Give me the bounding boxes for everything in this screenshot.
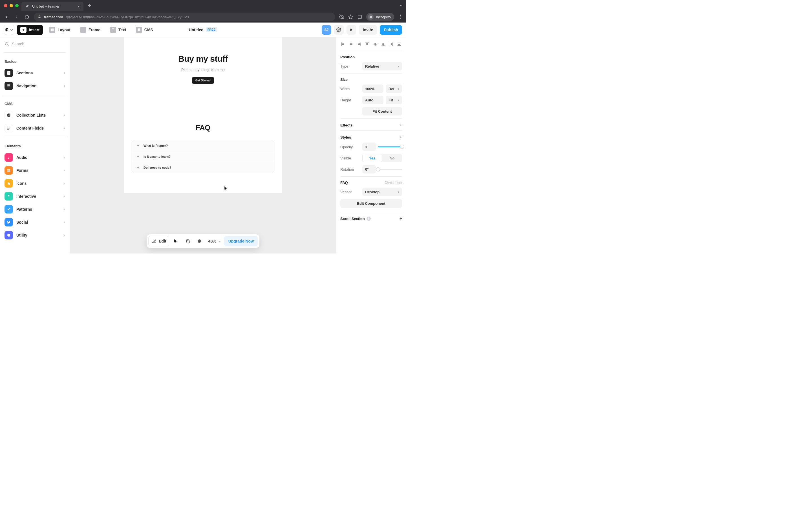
new-tab-button[interactable]: +	[86, 3, 93, 9]
insert-item-audio[interactable]: ♪ Audio ›	[3, 152, 66, 163]
align-top-icon[interactable]	[364, 42, 370, 47]
distribute-v-icon[interactable]	[396, 42, 402, 47]
browser-reload-button[interactable]	[24, 14, 30, 20]
align-bottom-icon[interactable]	[380, 42, 386, 47]
insert-item-sections[interactable]: Sections ›	[3, 67, 66, 79]
eye-off-icon[interactable]	[339, 14, 344, 19]
tool-layout[interactable]: Layout	[46, 25, 74, 35]
width-input[interactable]: 100%	[362, 84, 384, 93]
svg-point-6	[400, 18, 401, 18]
faq-item[interactable]: +What is Framer?	[132, 140, 274, 151]
browser-back-button[interactable]	[3, 14, 10, 20]
insert-item-label: Patterns	[16, 207, 32, 212]
insert-item-label: Audio	[16, 155, 28, 160]
faq-section[interactable]: FAQ +What is Framer? +Is it easy to lear…	[124, 123, 282, 182]
add-scroll-section-button[interactable]: +	[400, 216, 402, 221]
macos-traffic-lights[interactable]	[3, 4, 18, 7]
settings-button[interactable]	[334, 25, 344, 35]
canvas[interactable]: Buy my stuff Please buy things from me G…	[70, 37, 336, 253]
fit-content-button[interactable]: Fit Content	[362, 107, 402, 115]
document-title-area[interactable]: Untitled FREE	[189, 27, 217, 32]
insert-item-icons[interactable]: ★ Icons ›	[3, 177, 66, 189]
browser-forward-button[interactable]	[13, 14, 20, 20]
incognito-indicator[interactable]: Incognito	[366, 13, 394, 21]
collection-icon	[4, 111, 13, 119]
browser-addressbar[interactable]: framer.com/projects/Untitled--mZ98oDWaPJ…	[34, 13, 335, 21]
height-input[interactable]: Auto	[362, 96, 384, 104]
insert-item-interactive[interactable]: Interactive ›	[3, 190, 66, 202]
edit-label: Edit	[159, 239, 166, 243]
insert-search[interactable]: Search	[3, 40, 66, 50]
align-left-icon[interactable]	[340, 42, 346, 47]
user-avatar[interactable]: SJ	[322, 25, 331, 35]
svg-marker-13	[350, 29, 352, 31]
insert-item-content-fields[interactable]: Content Fields ›	[3, 122, 66, 134]
prop-label: Height	[340, 98, 360, 102]
align-vcenter-icon[interactable]	[372, 42, 378, 47]
prop-label: Opacity	[340, 145, 360, 149]
faq-item[interactable]: +Is it easy to learn?	[132, 151, 274, 162]
add-effect-button[interactable]: +	[400, 122, 402, 128]
align-hcenter-icon[interactable]	[348, 42, 354, 47]
tool-frame[interactable]: Frame	[77, 25, 104, 35]
edit-component-button[interactable]: Edit Component	[340, 199, 402, 208]
incognito-label: Incognito	[376, 15, 391, 19]
section-effects: Effects +	[340, 122, 402, 128]
faq-item[interactable]: +Do I need to code?	[132, 162, 274, 173]
variant-value: Desktop	[365, 190, 379, 194]
artboard[interactable]: Buy my stuff Please buy things from me G…	[124, 37, 282, 193]
tool-insert[interactable]: Insert	[17, 25, 43, 35]
tabstrip-chevron-icon[interactable]	[399, 4, 403, 8]
select-tool-button[interactable]	[170, 236, 181, 246]
insert-item-patterns[interactable]: ✓ Patterns ›	[3, 203, 66, 215]
chrome-menu-icon[interactable]	[398, 15, 403, 19]
width-unit-select[interactable]: Rel▾	[386, 84, 402, 93]
hero-cta-button[interactable]: Get Started	[192, 77, 214, 84]
rotation-slider[interactable]	[378, 165, 402, 173]
visible-no-option[interactable]: No	[382, 154, 402, 162]
height-unit-select[interactable]: Fit▾	[386, 96, 402, 104]
hand-tool-button[interactable]	[183, 236, 193, 246]
insert-item-forms[interactable]: Forms ›	[3, 165, 66, 176]
rotation-value: 0°	[365, 167, 368, 172]
bookmark-star-icon[interactable]	[348, 14, 353, 19]
align-right-icon[interactable]	[356, 42, 362, 47]
section-styles-label: Styles	[340, 135, 351, 139]
hero-section[interactable]: Buy my stuff Please buy things from me G…	[124, 54, 282, 107]
distribute-h-icon[interactable]	[389, 42, 394, 47]
navigation-icon	[4, 82, 13, 90]
comment-tool-button[interactable]	[194, 236, 205, 246]
opacity-slider[interactable]	[378, 143, 402, 151]
tool-text[interactable]: T Text	[107, 25, 130, 35]
insert-item-social[interactable]: Social ›	[3, 216, 66, 228]
info-icon[interactable]: i	[366, 217, 371, 221]
edit-button[interactable]: Edit	[148, 236, 169, 246]
framer-menu-button[interactable]	[4, 25, 14, 35]
window-zoom-icon[interactable]	[15, 4, 18, 7]
rotation-input[interactable]: 0°	[362, 165, 376, 173]
insert-item-utility[interactable]: Utility ›	[3, 229, 66, 241]
visible-yes-option[interactable]: Yes	[362, 154, 382, 162]
extensions-icon[interactable]	[357, 14, 362, 19]
preview-button[interactable]	[347, 25, 356, 35]
app-toolbar: Insert Layout Frame T Text CMS Untitled …	[0, 22, 406, 37]
height-value: Auto	[365, 98, 373, 102]
position-type-select[interactable]: Relative ▾	[362, 62, 402, 70]
svg-rect-24	[7, 169, 10, 170]
insert-item-collection-lists[interactable]: Collection Lists ›	[3, 109, 66, 121]
upgrade-button[interactable]: Upgrade Now	[224, 236, 258, 246]
opacity-input[interactable]: 1	[362, 143, 376, 151]
section-position: Position	[340, 55, 402, 59]
add-style-button[interactable]: +	[400, 135, 402, 140]
visible-toggle[interactable]: Yes No	[362, 154, 402, 162]
publish-button[interactable]: Publish	[380, 25, 402, 35]
browser-tab[interactable]: Untitled – Framer ×	[21, 2, 84, 11]
insert-item-navigation[interactable]: Navigation ›	[3, 80, 66, 92]
variant-select[interactable]: Desktop ▾	[362, 187, 402, 196]
invite-button[interactable]: Invite	[359, 25, 377, 35]
tab-close-icon[interactable]: ×	[77, 4, 80, 9]
window-minimize-icon[interactable]	[10, 4, 13, 7]
zoom-control[interactable]: 48%	[206, 236, 223, 246]
window-close-icon[interactable]	[4, 4, 7, 7]
tool-cms[interactable]: CMS	[133, 25, 156, 35]
